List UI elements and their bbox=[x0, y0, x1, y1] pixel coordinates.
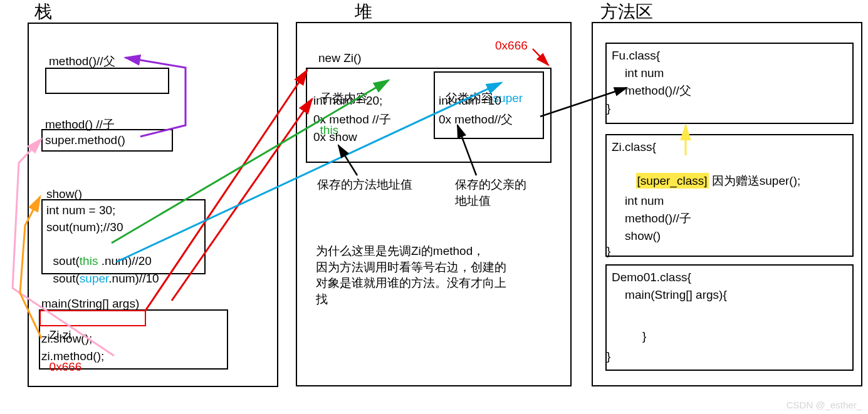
zi-l1: Zi.class{ bbox=[612, 139, 656, 155]
heap-child-l1: int num = 20; bbox=[313, 93, 382, 109]
heap-parent-l1: int num =10 bbox=[439, 93, 501, 109]
heap-note-right-1: 保存的父亲的 bbox=[455, 177, 526, 193]
fu-l3: method()//父 bbox=[612, 83, 691, 99]
heap-note-left: 保存的方法地址值 bbox=[317, 177, 412, 193]
header-method-area: 方法区 bbox=[600, 0, 653, 24]
fu-l1: Fu.class{ bbox=[612, 48, 660, 64]
heap-addr: 0x666 bbox=[495, 38, 528, 54]
stack-frame4-l3: zi.method(); bbox=[41, 348, 104, 365]
heap-note-right-2: 地址值 bbox=[455, 193, 491, 209]
header-stack: 栈 bbox=[34, 0, 52, 24]
header-heap: 堆 bbox=[355, 0, 372, 24]
zi-super-after: 因为赠送super(); bbox=[709, 174, 801, 187]
zi-l5: show() bbox=[612, 228, 661, 244]
demo-l3: } bbox=[629, 328, 646, 344]
heap-new-label: new Zi() bbox=[318, 50, 362, 66]
frame3-super: super bbox=[80, 272, 108, 285]
stack-frame3-l2: sout(num);//30 bbox=[46, 219, 123, 235]
stack-frame2-line2: super.method() bbox=[45, 132, 125, 148]
demo-l4: } bbox=[607, 348, 610, 365]
heap-child-l2: 0x method //子 bbox=[313, 111, 391, 128]
zi-l3: int num bbox=[612, 193, 664, 209]
frame3-l4c: .num)//10 bbox=[108, 272, 159, 285]
heap-parent-l2: 0x method//父 bbox=[439, 111, 513, 128]
stack-frame3-l4: sout(super.num)//10 bbox=[46, 254, 159, 286]
stack-frame3-l1: int num = 30; bbox=[46, 202, 115, 219]
stack-frame1-label: method()//父 bbox=[49, 53, 115, 70]
zi-super-highlight: [super_class] bbox=[636, 173, 709, 189]
heap-explain: 为什么这里是先调Zi的method， 因为方法调用时看等号右边，创建的 对象是谁… bbox=[316, 243, 554, 308]
fu-l2: int num bbox=[612, 65, 664, 81]
frame3-l4a: sout( bbox=[53, 272, 80, 285]
zi-super-row: [super_class] 因为赠送super(); bbox=[629, 157, 800, 189]
demo-l2: main(String[] args){ bbox=[612, 287, 727, 303]
zi-l4: method()//子 bbox=[612, 210, 691, 227]
demo-l1: Demo01.class{ bbox=[612, 269, 691, 286]
watermark: CSDN @_esther_ bbox=[787, 400, 862, 410]
stack-frame1-box bbox=[45, 68, 169, 94]
stack-frame4-l2: zi.show(); bbox=[41, 331, 92, 347]
fu-l4: } bbox=[607, 100, 610, 116]
zi-l6: } bbox=[607, 243, 610, 259]
heap-child-l3: 0x show bbox=[313, 129, 357, 145]
